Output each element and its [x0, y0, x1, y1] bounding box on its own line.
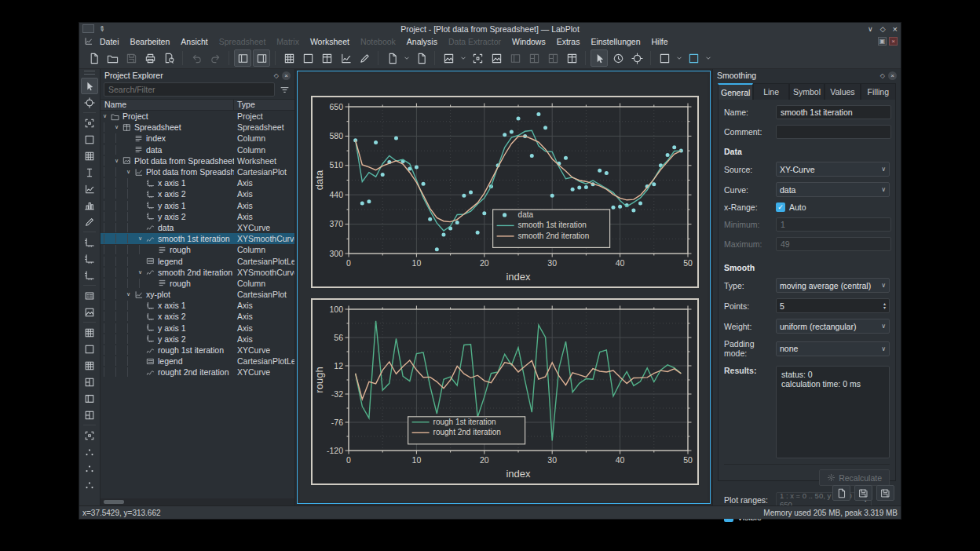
- image-tool[interactable]: [81, 304, 98, 320]
- redo-button[interactable]: [207, 49, 224, 67]
- tree-row-rough[interactable]: roughColumn: [101, 244, 294, 255]
- histogram-tool[interactable]: [81, 197, 98, 213]
- box-plus-tool[interactable]: [81, 427, 98, 443]
- tree-row-smooth-2nd-iteration[interactable]: ∨smooth 2nd iterationXYSmoothCurve: [101, 267, 294, 278]
- menu-windows[interactable]: Windows: [506, 36, 551, 47]
- column-header-type[interactable]: Type: [234, 100, 294, 110]
- menu-hilfe[interactable]: Hilfe: [645, 36, 673, 47]
- expander-icon[interactable]: ∨: [136, 269, 144, 276]
- export-worksheet-button[interactable]: [488, 49, 505, 67]
- name-field[interactable]: [776, 105, 891, 119]
- minimize-button[interactable]: ∨: [868, 25, 873, 33]
- new-spreadsheet-button[interactable]: [280, 49, 298, 67]
- navigate-mode-button[interactable]: [609, 49, 627, 67]
- menu-bearbeiten[interactable]: Bearbeiten: [125, 36, 176, 47]
- grid-tool-1[interactable]: [81, 324, 98, 341]
- arrange-tool-1[interactable]: [81, 374, 98, 390]
- save-project-button[interactable]: [122, 49, 140, 67]
- filter-icon[interactable]: [277, 82, 291, 97]
- minimum-field[interactable]: [776, 217, 891, 232]
- split-left-button[interactable]: [506, 49, 524, 67]
- zoom-out-tool[interactable]: [81, 148, 98, 164]
- cartesian-plot-2[interactable]: 01020304050-120-76-321256100indexroughro…: [311, 298, 699, 485]
- tree-row-xy-plot[interactable]: ∨xy-plotCartesianPlot: [101, 289, 294, 300]
- cursor-mode-dropdown[interactable]: [704, 49, 712, 67]
- new-workbook-button[interactable]: [318, 49, 335, 67]
- template-save-button[interactable]: [854, 485, 872, 501]
- expander-icon[interactable]: ∨: [124, 169, 133, 175]
- tree-row-project[interactable]: ∨ProjectProject: [101, 111, 294, 122]
- tree-row-smooth-1st-iteration[interactable]: ∨smooth 1st iterationXYSmoothCurve: [101, 233, 294, 244]
- tree-row-x-axis-1[interactable]: x axis 1Axis: [101, 177, 294, 188]
- window-layout-button[interactable]: [563, 49, 580, 67]
- arrange-tool-3[interactable]: [81, 407, 98, 423]
- cursor-mode-combo[interactable]: [685, 49, 702, 67]
- dots-tool-3[interactable]: [81, 476, 98, 493]
- grid-tool-2[interactable]: [81, 341, 98, 357]
- menu-extras[interactable]: Extras: [551, 36, 586, 47]
- weight-combo[interactable]: uniform (rectangular)∨: [776, 319, 890, 334]
- menu-ansicht[interactable]: Ansicht: [175, 36, 213, 47]
- dots-tool-1[interactable]: [81, 443, 98, 460]
- tree-row-plot-data-from-spreadsheet[interactable]: ∨Plot data from SpreadsheetWorksheet: [101, 155, 294, 166]
- padding-mode-combo[interactable]: none∨: [776, 341, 890, 356]
- zoom-in-tool[interactable]: [81, 131, 98, 148]
- grid-tool-3[interactable]: [81, 357, 98, 374]
- search-input[interactable]: [104, 82, 275, 97]
- arrange-tool-2[interactable]: [81, 390, 98, 407]
- print-preview-button[interactable]: [160, 49, 177, 67]
- close-panel-icon[interactable]: ×: [282, 71, 291, 80]
- close-button[interactable]: ×: [893, 24, 898, 34]
- axis-tool-3[interactable]: [81, 267, 98, 283]
- tree-row-legend[interactable]: legendCartesianPlotLegend: [101, 356, 294, 367]
- zoom-mode-button[interactable]: [628, 49, 645, 67]
- tree-row-x-axis-2[interactable]: x axis 2Axis: [101, 188, 294, 199]
- column-header-name[interactable]: Name: [101, 100, 234, 110]
- zoom-select-dropdown[interactable]: [459, 49, 467, 67]
- xy-curve-tool[interactable]: [81, 181, 98, 197]
- zoom-select-button[interactable]: [440, 49, 457, 67]
- mouse-mode-combo[interactable]: [656, 49, 673, 67]
- curve-combo[interactable]: data∨: [776, 182, 890, 197]
- tree-row-spreadsheet[interactable]: ∨SpreadsheetSpreadsheet: [101, 122, 294, 133]
- color-tool-button[interactable]: [356, 49, 373, 67]
- new-project-button[interactable]: [85, 49, 102, 67]
- legend[interactable]: datasmooth 1st iterationsmooth 2nd itera…: [493, 210, 610, 248]
- expander-icon[interactable]: ∨: [136, 235, 144, 242]
- tree-row-data[interactable]: dataXYCurve: [101, 222, 294, 233]
- undo-button[interactable]: [188, 49, 205, 67]
- comment-field[interactable]: [776, 125, 891, 139]
- zoom-select-tool[interactable]: [81, 115, 98, 131]
- new-matrix-button[interactable]: [299, 49, 316, 67]
- menu-einstellungen[interactable]: Einstellungen: [585, 36, 645, 47]
- axis-tool-1[interactable]: [81, 234, 98, 250]
- legend[interactable]: rough 1st iterationrought 2nd iteration: [408, 417, 525, 444]
- points-spinner[interactable]: 5▴▾: [776, 298, 890, 313]
- menu-datei[interactable]: Datei: [94, 36, 125, 47]
- select-tool[interactable]: [81, 78, 98, 94]
- close-panel-icon[interactable]: ×: [888, 71, 897, 80]
- menu-worksheet[interactable]: Worksheet: [305, 36, 355, 47]
- cartesian-plot-1[interactable]: 01020304050300370440510580650indexdatada…: [311, 96, 699, 288]
- template-load-button[interactable]: [832, 485, 850, 501]
- expander-icon[interactable]: ∨: [124, 291, 133, 297]
- tab-filling[interactable]: Filling: [861, 83, 896, 100]
- tree-row-rough[interactable]: roughColumn: [101, 278, 294, 289]
- smooth-type-combo[interactable]: moving average (central)∨: [776, 278, 890, 293]
- float-panel-icon[interactable]: ◇: [274, 72, 279, 79]
- expander-icon[interactable]: ∨: [112, 158, 121, 164]
- tree-row-rought-2nd-iteration[interactable]: rought 2nd iterationXYCurve: [101, 367, 294, 378]
- mouse-mode-dropdown[interactable]: [675, 49, 683, 67]
- new-worksheet-button[interactable]: [383, 49, 400, 67]
- split-horizontal-button[interactable]: [525, 49, 543, 67]
- menubar-close-icon[interactable]: ×: [889, 37, 898, 46]
- tree-row-legend[interactable]: legendCartesianPlotLegend: [101, 255, 294, 266]
- zoom-fit-button[interactable]: [469, 49, 486, 67]
- tree-row-y-axis-2[interactable]: y axis 2Axis: [101, 211, 294, 222]
- horizontal-scrollbar[interactable]: [101, 498, 294, 505]
- scrollbar-thumb[interactable]: [104, 500, 124, 504]
- fit-tool[interactable]: [81, 213, 98, 230]
- dots-tool-2[interactable]: [81, 460, 98, 476]
- tab-line[interactable]: Line: [753, 83, 788, 100]
- expander-icon[interactable]: ∨: [101, 113, 109, 119]
